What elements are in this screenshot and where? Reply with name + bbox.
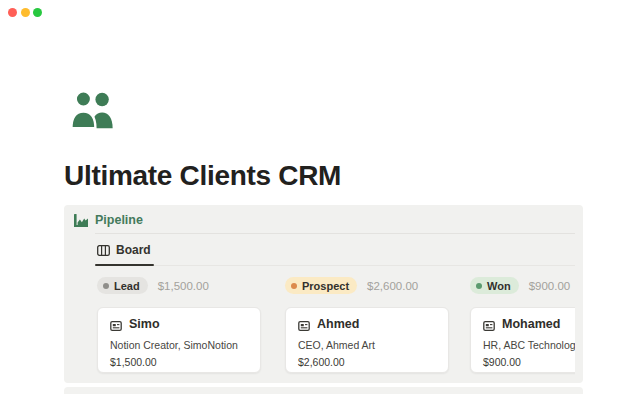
people-icon[interactable] [70,88,116,132]
status-dot [103,283,109,289]
column-total: $2,600.00 [367,280,418,292]
card-amount: $1,500.00 [110,356,157,368]
board-column-prospect: Prospect $2,600.00 Ahmed [285,269,449,373]
status-dot [476,283,482,289]
contact-page-icon [483,318,495,330]
contact-page-icon [110,318,122,330]
column-header: Won $900.00 [470,277,575,294]
card-ahmed[interactable]: Ahmed CEO, Ahmed Art $2,600.00 [285,307,449,373]
column-header: Prospect $2,600.00 [285,277,449,294]
card-subtitle: Notion Creator, SimoNotion [110,339,238,351]
card-title: Mohamed [502,317,560,331]
board-column-won: Won $900.00 Mohamed HR, A [470,269,575,373]
window-controls [8,8,42,17]
close-button[interactable] [8,8,17,17]
card-title: Simo [129,317,160,331]
page-title: Ultimate Clients CRM [64,160,341,192]
status-badge-prospect[interactable]: Prospect [285,277,357,294]
card-amount: $900.00 [483,356,521,368]
tab-board-label: Board [116,243,151,257]
status-label: Won [487,280,511,292]
status-badge-won[interactable]: Won [470,277,519,294]
pipeline-title-link[interactable]: Pipeline [95,213,143,227]
minimize-button[interactable] [21,8,30,17]
column-header: Lead $1,500.00 [97,277,261,294]
status-label: Lead [114,280,140,292]
card-mohamed[interactable]: Mohamed HR, ABC Technology $900.00 [470,307,575,373]
header-divider [95,233,575,234]
card-subtitle: CEO, Ahmed Art [298,339,375,351]
card-subtitle: HR, ABC Technology [483,339,575,351]
status-badge-lead[interactable]: Lead [97,277,148,294]
zoom-button[interactable] [33,8,42,17]
active-tab-underline [95,264,154,266]
column-total: $900.00 [529,280,571,292]
view-tabs: Board [95,237,575,266]
card-amount: $2,600.00 [298,356,345,368]
bar-chart-icon [74,213,88,226]
kanban-board: Lead $1,500.00 Simo Notio [64,269,575,381]
board-icon [97,245,110,256]
card-simo[interactable]: Simo Notion Creator, SimoNotion $1,500.0… [97,307,261,373]
board-column-lead: Lead $1,500.00 Simo Notio [97,269,261,373]
pipeline-header: Pipeline [64,212,583,230]
contact-page-icon [298,318,310,330]
status-dot [291,283,297,289]
card-title: Ahmed [317,317,359,331]
status-label: Prospect [302,280,349,292]
tab-board[interactable]: Board [95,237,154,265]
pipeline-panel: Pipeline Board Lead $1,500.00 [64,205,583,383]
next-section-strip [64,387,583,394]
column-total: $1,500.00 [158,280,209,292]
